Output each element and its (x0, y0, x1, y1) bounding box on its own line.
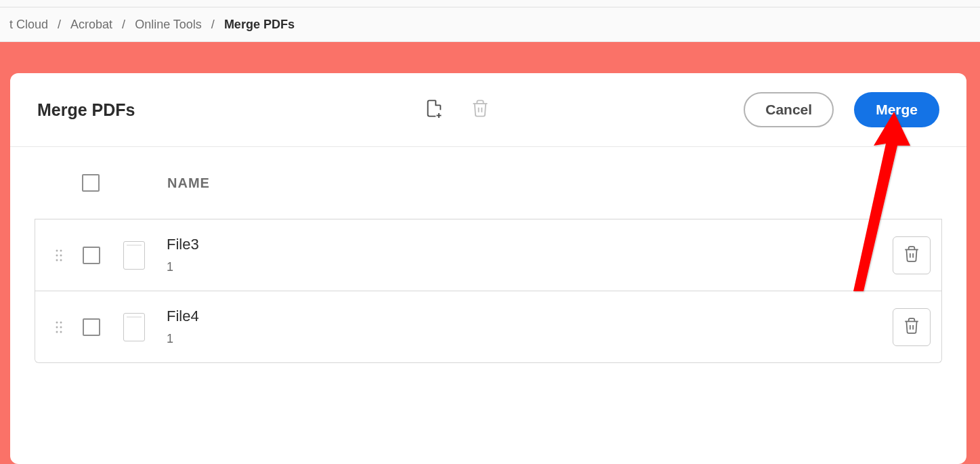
file-list-header: NAME (35, 174, 942, 219)
file-thumbnail-icon (123, 241, 145, 270)
breadcrumb-link-acrobat[interactable]: Acrobat (61, 18, 122, 32)
merge-button[interactable]: Merge (854, 92, 939, 127)
page-title: Merge PDFs (37, 100, 135, 120)
svg-point-11 (60, 326, 62, 328)
drag-handle-icon[interactable] (54, 321, 64, 333)
file-info: File3 1 (167, 236, 893, 274)
file-info: File4 1 (167, 308, 893, 346)
svg-point-3 (60, 249, 62, 251)
trash-icon (903, 245, 920, 266)
file-name: File3 (167, 236, 893, 253)
delete-file-button[interactable] (893, 308, 931, 346)
svg-point-8 (56, 321, 58, 323)
svg-point-6 (56, 259, 58, 261)
svg-point-4 (56, 254, 58, 256)
breadcrumb-current: Merge PDFs (215, 18, 304, 32)
file-thumbnail-icon (123, 313, 145, 341)
svg-point-12 (56, 331, 58, 333)
file-page-count: 1 (167, 332, 893, 346)
svg-point-9 (60, 321, 62, 323)
drag-handle-icon[interactable] (54, 249, 64, 261)
select-all-checkbox[interactable] (82, 174, 100, 192)
merge-panel: Merge PDFs (10, 73, 966, 464)
header-actions: Cancel Merge (744, 92, 939, 127)
tab-bar-strip (0, 0, 980, 7)
file-page-count: 1 (167, 260, 893, 274)
file-list-area: NAME File3 1 (10, 147, 966, 363)
file-name: File4 (167, 308, 893, 325)
page-background: Merge PDFs (0, 42, 980, 464)
breadcrumb-link-online-tools[interactable]: Online Tools (125, 18, 211, 32)
breadcrumb: t Cloud / Acrobat / Online Tools / Merge… (0, 7, 980, 42)
svg-point-10 (56, 326, 58, 328)
cancel-button[interactable]: Cancel (744, 92, 834, 127)
delete-file-button[interactable] (893, 236, 931, 274)
trash-icon (903, 317, 920, 337)
breadcrumb-link-cloud[interactable]: t Cloud (0, 18, 58, 32)
svg-point-13 (60, 331, 62, 333)
file-row[interactable]: File3 1 (35, 219, 942, 291)
file-checkbox[interactable] (83, 247, 100, 264)
header-icons (389, 99, 490, 121)
add-file-icon[interactable] (425, 99, 444, 121)
svg-point-7 (60, 259, 62, 261)
svg-point-5 (60, 254, 62, 256)
name-column-header: NAME (167, 175, 210, 191)
trash-icon (471, 99, 490, 121)
file-checkbox[interactable] (83, 318, 100, 336)
file-row[interactable]: File4 1 (35, 291, 942, 363)
svg-point-2 (56, 249, 58, 251)
panel-header: Merge PDFs (10, 73, 966, 147)
